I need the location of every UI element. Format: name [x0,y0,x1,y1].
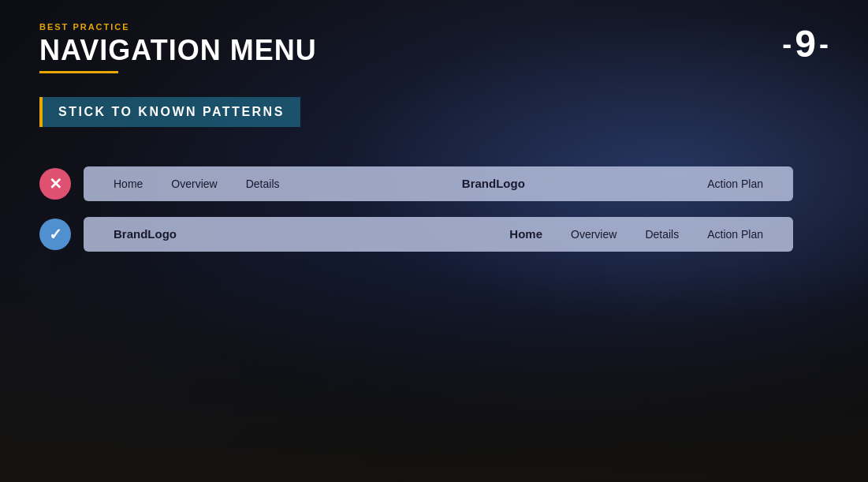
correct-navbar: BrandLogo Home Overview Details Action P… [84,217,793,252]
slide-number: - 9 - [782,22,829,65]
page-content: BEST PRACTICE NAVIGATION MENU - 9 - STIC… [0,0,868,482]
nav-item-overview-wrong[interactable]: Overview [157,166,231,201]
nav-brand-left[interactable]: BrandLogo [99,217,191,252]
wrong-example-row: ✕ Home Overview Details BrandLogo Action… [39,166,829,201]
nav-item-home-correct[interactable]: Home [495,217,557,252]
nav-item-details-wrong[interactable]: Details [232,166,294,201]
nav-item-action-correct[interactable]: Action Plan [693,217,777,252]
examples-container: ✕ Home Overview Details BrandLogo Action… [39,166,829,252]
nav-item-action-wrong[interactable]: Action Plan [693,166,777,201]
page-title: NAVIGATION MENU [39,35,317,66]
section-banner: STICK TO KNOWN PATTERNS [39,97,300,127]
nav-item-home-wrong[interactable]: Home [99,166,157,201]
wrong-navbar: Home Overview Details BrandLogo Action P… [84,166,793,201]
header: BEST PRACTICE NAVIGATION MENU - 9 - [39,22,829,73]
correct-badge: ✓ [39,219,71,250]
section-title: STICK TO KNOWN PATTERNS [58,105,285,119]
best-practice-label: BEST PRACTICE [39,22,317,32]
correct-example-row: ✓ BrandLogo Home Overview Details Action… [39,217,829,252]
dash-left: - [782,28,792,61]
nav-item-overview-correct[interactable]: Overview [557,217,631,252]
slide-num-value: 9 [795,22,816,65]
dash-right: - [819,28,829,61]
wrong-badge: ✕ [39,168,71,200]
nav-item-details-correct[interactable]: Details [631,217,693,252]
nav-brand-center[interactable]: BrandLogo [448,166,539,201]
header-left: BEST PRACTICE NAVIGATION MENU [39,22,317,73]
title-underline [39,71,118,73]
